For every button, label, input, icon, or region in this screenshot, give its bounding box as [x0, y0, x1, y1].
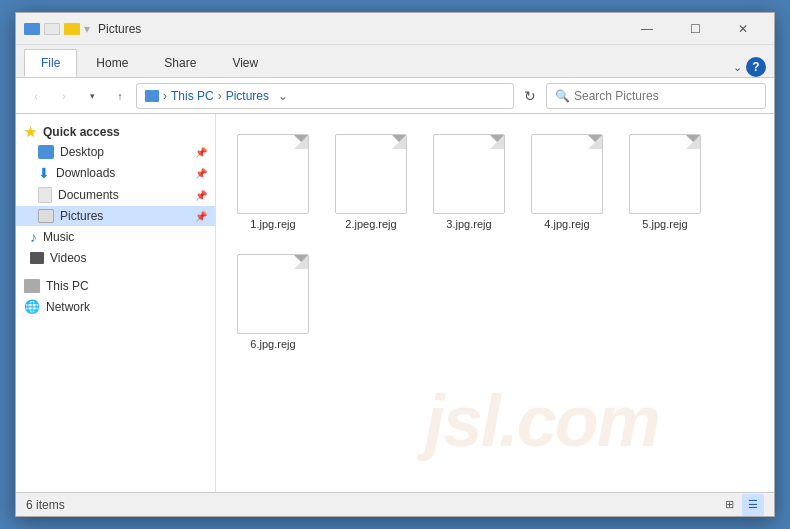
video-icon: [30, 252, 44, 264]
file-item[interactable]: 4.jpg.rejg: [522, 126, 612, 238]
pictures-icon: [38, 209, 54, 223]
pin-icon: 📌: [195, 147, 207, 158]
file-icon: [237, 254, 309, 334]
download-icon: ⬇: [38, 165, 50, 181]
file-item[interactable]: 2.jpeg.rejg: [326, 126, 416, 238]
search-box[interactable]: 🔍: [546, 83, 766, 109]
sidebar: ★ Quick access Desktop 📌 ⬇ Downloads 📌 D…: [16, 114, 216, 492]
file-item[interactable]: 3.jpg.rejg: [424, 126, 514, 238]
tb-icon-2: [44, 23, 60, 35]
tb-icon-1: [24, 23, 40, 35]
star-icon: ★: [24, 124, 37, 140]
path-separator-2: ›: [218, 89, 222, 103]
search-icon: 🔍: [555, 89, 570, 103]
main-content: ★ Quick access Desktop 📌 ⬇ Downloads 📌 D…: [16, 114, 774, 492]
help-icon[interactable]: ?: [746, 57, 766, 77]
sidebar-item-label: Videos: [50, 251, 86, 265]
tab-home[interactable]: Home: [79, 49, 145, 77]
doc-icon: [38, 187, 52, 203]
address-path[interactable]: › This PC › Pictures ⌄: [136, 83, 514, 109]
sidebar-item-pictures[interactable]: Pictures 📌: [16, 206, 215, 226]
sidebar-item-desktop[interactable]: Desktop 📌: [16, 142, 215, 162]
tab-view[interactable]: View: [215, 49, 275, 77]
tb-icon-3: [64, 23, 80, 35]
search-input[interactable]: [574, 89, 757, 103]
folder-icon: [38, 145, 54, 159]
sidebar-item-videos[interactable]: Videos: [16, 248, 215, 268]
sidebar-item-documents[interactable]: Documents 📌: [16, 184, 215, 206]
music-icon: ♪: [30, 229, 37, 245]
path-dropdown-icon[interactable]: ⌄: [273, 83, 293, 109]
list-view-button[interactable]: ☰: [742, 494, 764, 516]
file-name: 6.jpg.rejg: [250, 338, 295, 350]
file-area: jsl.com 1.jpg.rejg 2.jpeg.rejg 3.jpg.rej…: [216, 114, 774, 492]
sidebar-item-label: Network: [46, 300, 90, 314]
file-item[interactable]: 1.jpg.rejg: [228, 126, 318, 238]
path-separator-1: ›: [163, 89, 167, 103]
file-item[interactable]: 5.jpg.rejg: [620, 126, 710, 238]
pin-icon: 📌: [195, 190, 207, 201]
pin-icon: 📌: [195, 211, 207, 222]
file-icon: [433, 134, 505, 214]
file-icon: [629, 134, 701, 214]
title-bar-icons: ▾: [24, 22, 90, 36]
quick-access-label: Quick access: [43, 125, 120, 139]
network-icon: 🌐: [24, 299, 40, 314]
sidebar-quick-access-header[interactable]: ★ Quick access: [16, 118, 215, 142]
file-name: 5.jpg.rejg: [642, 218, 687, 230]
sidebar-item-downloads[interactable]: ⬇ Downloads 📌: [16, 162, 215, 184]
file-icon: [237, 134, 309, 214]
ribbon-chevron[interactable]: ⌄ ?: [733, 57, 766, 77]
path-this-pc[interactable]: This PC: [171, 89, 214, 103]
pin-icon: 📌: [195, 168, 207, 179]
file-name: 3.jpg.rejg: [446, 218, 491, 230]
file-icon: [335, 134, 407, 214]
forward-button[interactable]: ›: [52, 84, 76, 108]
watermark: jsl.com: [425, 380, 659, 462]
path-pictures[interactable]: Pictures: [226, 89, 269, 103]
window-title: Pictures: [98, 22, 624, 36]
tab-file[interactable]: File: [24, 49, 77, 77]
file-grid: 1.jpg.rejg 2.jpeg.rejg 3.jpg.rejg 4.jpg.…: [228, 126, 762, 358]
maximize-button[interactable]: ☐: [672, 15, 718, 43]
sidebar-item-thispc[interactable]: This PC: [16, 276, 215, 296]
file-name: 2.jpeg.rejg: [345, 218, 396, 230]
sidebar-item-label: Pictures: [60, 209, 103, 223]
tb-separator: ▾: [84, 22, 90, 36]
sidebar-item-label: This PC: [46, 279, 89, 293]
file-item[interactable]: 6.jpg.rejg: [228, 246, 318, 358]
window-controls: — ☐ ✕: [624, 15, 766, 43]
sidebar-item-label: Documents: [58, 188, 119, 202]
dropdown-recent-button[interactable]: ▾: [80, 84, 104, 108]
sidebar-item-label: Desktop: [60, 145, 104, 159]
sidebar-item-label: Downloads: [56, 166, 115, 180]
sidebar-item-network[interactable]: 🌐 Network: [16, 296, 215, 317]
refresh-button[interactable]: ↻: [518, 84, 542, 108]
back-button[interactable]: ‹: [24, 84, 48, 108]
ribbon: File Home Share View ⌄ ?: [16, 45, 774, 78]
sidebar-item-music[interactable]: ♪ Music: [16, 226, 215, 248]
path-folder-icon: [145, 90, 159, 102]
file-name: 1.jpg.rejg: [250, 218, 295, 230]
status-bar: 6 items ⊞ ☰: [16, 492, 774, 516]
tab-share[interactable]: Share: [147, 49, 213, 77]
sidebar-item-label: Music: [43, 230, 74, 244]
up-button[interactable]: ↑: [108, 84, 132, 108]
minimize-button[interactable]: —: [624, 15, 670, 43]
view-controls: ⊞ ☰: [718, 494, 764, 516]
file-name: 4.jpg.rejg: [544, 218, 589, 230]
file-icon: [531, 134, 603, 214]
address-bar: ‹ › ▾ ↑ › This PC › Pictures ⌄ ↻ 🔍: [16, 78, 774, 114]
close-button[interactable]: ✕: [720, 15, 766, 43]
title-bar: ▾ Pictures — ☐ ✕: [16, 13, 774, 45]
chevron-down-icon: ⌄: [733, 61, 742, 74]
grid-view-button[interactable]: ⊞: [718, 494, 740, 516]
computer-icon: [24, 279, 40, 293]
ribbon-tabs: File Home Share View ⌄ ?: [16, 45, 774, 77]
status-count: 6 items: [26, 498, 65, 512]
explorer-window: ▾ Pictures — ☐ ✕ File Home Share View ⌄ …: [15, 12, 775, 517]
